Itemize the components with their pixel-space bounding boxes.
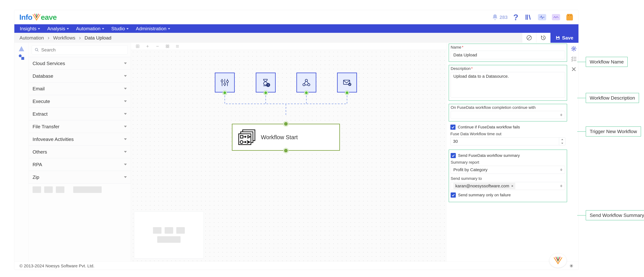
node-output-port[interactable] [284,148,288,153]
node-output-port[interactable] [345,91,349,95]
timeout-stepper[interactable] [559,137,566,145]
sidebar-panel-file transfer[interactable]: File Transfer [28,120,131,133]
continue-if-fails-checkbox[interactable] [450,125,456,130]
svg-point-0 [568,15,569,16]
email-pill[interactable]: karan@noesyssoftware.com× [453,183,515,189]
workflow-start-node[interactable]: Workflow Start [232,124,340,151]
summary-on-failure-checkbox[interactable] [451,193,456,198]
save-icon [556,35,560,40]
crumb-workflows[interactable]: Workflows [53,35,75,41]
continue-with-select[interactable] [451,111,565,119]
shape-tool-triangle[interactable] [18,46,25,52]
canvas-node-settings[interactable] [215,73,235,92]
monitor-chip-button[interactable] [538,14,546,20]
topbar: Info eave 283 ? [14,10,578,24]
chevron-down-icon [102,28,104,29]
email-check-icon [342,78,352,87]
nav-automation[interactable]: Automation [76,26,104,31]
svg-rect-19 [168,47,169,48]
crumb-automation[interactable]: Automation [20,35,44,41]
send-to-select[interactable]: karan@noesyssoftware.com× [451,182,565,190]
callout-workflow-description: Workflow Description [577,93,639,103]
library-button[interactable] [524,13,532,21]
gear-icon [571,46,576,51]
weave-icon [553,256,563,265]
chevron-down-icon [124,138,127,140]
sidebar-panel-execute[interactable]: Execute [28,95,131,108]
help-button[interactable]: ? [513,12,518,22]
workflow-description-input[interactable]: Upload data to a Datasource. [451,72,565,98]
zoom-in-button[interactable]: + [145,44,150,49]
node-output-port[interactable] [223,91,227,95]
cancel-button[interactable] [522,33,536,43]
bug-report-button[interactable]: ✳ [569,263,573,269]
history-button[interactable] [536,33,550,43]
logo-weave-icon [32,13,41,21]
chevron-down-icon [124,62,127,64]
breadcrumb-row: Automation › Workflows › Data Upload Sav… [14,33,578,43]
callout-workflow-summary: Send Workflow Summary [577,210,644,220]
alert-tag-button[interactable] [566,13,574,21]
timeout-input[interactable] [450,137,559,145]
chevron-right-icon: › [79,35,81,40]
trend-chip-button[interactable] [552,14,560,20]
sidebar-panel-database[interactable]: Database [28,70,131,82]
list-button[interactable] [175,44,180,49]
notifications-button[interactable]: 283 [492,14,508,20]
canvas-node-webhook[interactable] [296,73,316,92]
svg-rect-18 [166,47,167,48]
canvas-node-email[interactable] [337,73,357,92]
list-icon [176,44,180,48]
node-output-port[interactable] [264,91,268,95]
sidebar-panel-infoveave activities[interactable]: Infoveave Activities [28,133,131,145]
grid-button[interactable] [165,44,170,49]
nav-insights[interactable]: Insights [20,26,40,31]
notifications-count: 283 [500,14,508,20]
sidebar-panel-cloud services[interactable]: Cloud Services [28,57,131,70]
send-summary-checkbox[interactable] [451,153,456,158]
sidebar-panel-extract[interactable]: Extract [28,108,131,120]
svg-point-28 [226,80,228,82]
checklist-button[interactable] [570,55,577,62]
sidebar-search[interactable] [32,45,128,54]
sidebar-panel-zip[interactable]: Zip [28,171,131,183]
callout-trigger-workflow: Trigger New Workflow [577,126,641,137]
save-button[interactable]: Save [550,33,578,43]
chevron-down-icon [124,88,127,89]
app-logo[interactable]: Info eave [19,13,57,21]
zoom-out-button[interactable]: − [155,44,160,49]
settings-gear-button[interactable] [570,45,577,52]
summary-report-select[interactable]: Profit by Category [451,166,565,174]
workflow-canvas[interactable]: Workflow Start [131,50,446,262]
zoom-fit-button[interactable] [135,44,140,49]
summary-report-label: Summary report [451,160,565,165]
nav-administration[interactable]: Administration [136,26,170,31]
footer-logo-badge[interactable] [550,254,566,268]
search-icon [35,48,39,52]
breadcrumb: Automation › Workflows › Data Upload [14,33,116,43]
sidebar-footer-palette [28,183,131,197]
search-input[interactable] [41,47,125,52]
node-input-port[interactable] [284,121,288,126]
sidebar-panel-email[interactable]: Email [28,82,131,95]
trigger-workflow-group: On FuseData workflow completion continue… [449,104,567,121]
svg-point-1 [570,15,571,16]
nav-studio[interactable]: Studio [111,26,129,31]
remove-email-icon[interactable]: × [511,184,513,188]
footer-placeholder [73,186,102,193]
shape-tool-circle-square[interactable] [18,54,25,60]
summary-on-failure-label: Send summary only on failure [458,193,511,197]
continue-if-fails-label: Continue if FuseData workflow fails [458,125,520,129]
sidebar-panel-rpa[interactable]: RPA [28,158,131,171]
topbar-icons: 283 ? [492,12,574,22]
workflow-description-group: Description* Upload data to a Datasource… [449,65,567,101]
workflow-name-input[interactable] [451,51,565,59]
tag-icon [566,13,574,21]
svg-line-54 [572,50,573,50]
sidebar-panel-others[interactable]: Others [28,146,131,158]
close-panel-button[interactable] [570,66,577,73]
node-output-port[interactable] [304,91,308,95]
canvas-node-schedule[interactable] [256,73,276,92]
minimap-panel[interactable] [134,212,204,258]
nav-analysis[interactable]: Analysis [47,26,69,31]
